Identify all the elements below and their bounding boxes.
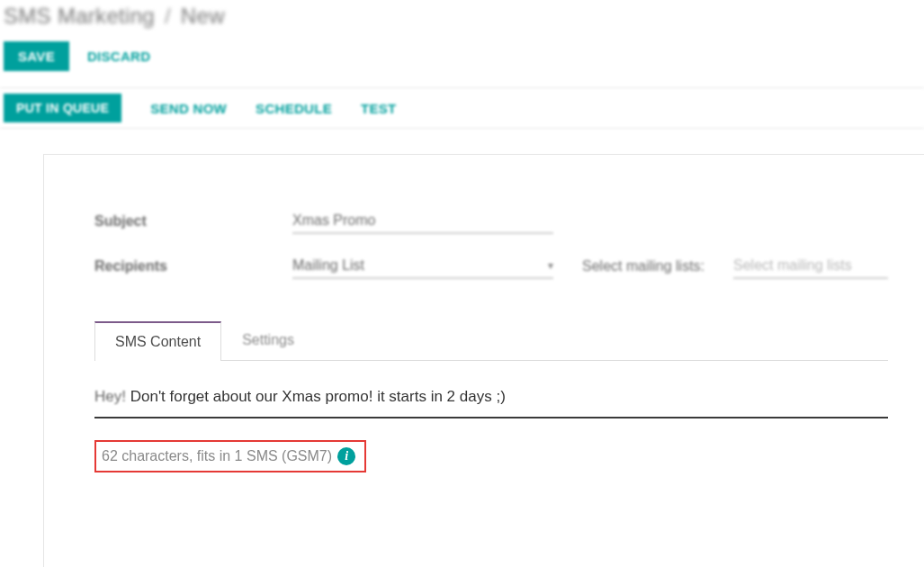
sms-counter-highlight: 62 characters, fits in 1 SMS (GSM7) i bbox=[94, 440, 366, 472]
chevron-down-icon: ▾ bbox=[548, 259, 553, 272]
mailing-lists-select[interactable]: Select mailing lists bbox=[733, 254, 888, 279]
breadcrumb-current: New bbox=[181, 4, 225, 28]
sms-prefix: Hey! bbox=[94, 388, 126, 405]
discard-button[interactable]: DISCARD bbox=[87, 49, 150, 64]
top-action-bar: SAVE DISCARD bbox=[0, 38, 924, 87]
mailing-lists-label: Select mailing lists: bbox=[582, 258, 704, 274]
recipients-select[interactable]: Mailing List ▾ bbox=[292, 254, 553, 279]
sms-content-input[interactable]: Hey! Don't forget about our Xmas promo! … bbox=[94, 361, 888, 418]
subject-row: Subject bbox=[94, 209, 888, 234]
recipients-label: Recipients bbox=[94, 258, 292, 274]
info-icon[interactable]: i bbox=[337, 447, 355, 465]
subject-label: Subject bbox=[94, 213, 292, 230]
sms-text: Don't forget about our Xmas promo! it st… bbox=[126, 388, 506, 405]
send-now-button[interactable]: SEND NOW bbox=[150, 101, 227, 116]
recipients-select-value: Mailing List bbox=[292, 257, 364, 274]
put-in-queue-button[interactable]: PUT IN QUEUE bbox=[4, 94, 121, 122]
save-button[interactable]: SAVE bbox=[4, 41, 69, 71]
breadcrumb-module[interactable]: SMS Marketing bbox=[4, 4, 155, 28]
schedule-button[interactable]: SCHEDULE bbox=[256, 101, 332, 116]
form-card: Subject Recipients Mailing List ▾ Select… bbox=[43, 154, 924, 567]
subject-input[interactable] bbox=[292, 209, 553, 234]
tab-sms-content[interactable]: SMS Content bbox=[94, 321, 221, 361]
status-action-bar: PUT IN QUEUE SEND NOW SCHEDULE TEST bbox=[0, 87, 924, 129]
breadcrumb-separator: / bbox=[161, 4, 175, 28]
sms-counter-text: 62 characters, fits in 1 SMS (GSM7) bbox=[102, 448, 332, 464]
tab-settings[interactable]: Settings bbox=[221, 320, 315, 360]
test-button[interactable]: TEST bbox=[361, 101, 397, 116]
recipients-row: Recipients Mailing List ▾ Select mailing… bbox=[94, 254, 888, 279]
tabs: SMS Content Settings bbox=[94, 320, 888, 361]
breadcrumb: SMS Marketing / New bbox=[0, 0, 924, 38]
